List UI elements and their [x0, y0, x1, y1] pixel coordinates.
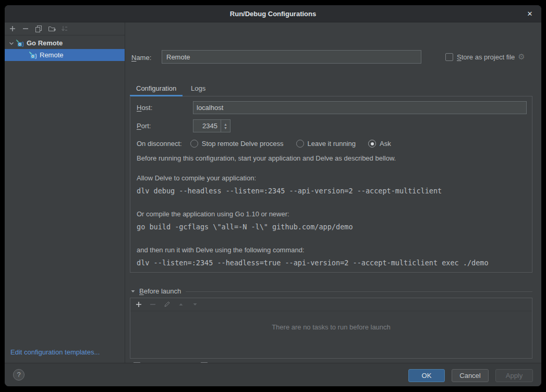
move-task-up-button[interactable] [177, 300, 185, 309]
radio-leave-it-running[interactable]: Leave it running [296, 140, 356, 148]
run-command-text: dlv --listen=:2345 --headless=true --api… [137, 259, 489, 267]
go-remote-icon [16, 39, 25, 47]
copy-icon [35, 25, 42, 32]
store-as-project-checkbox[interactable] [445, 53, 453, 61]
edit-task-button[interactable] [163, 300, 171, 309]
radio-stop-remote-delve[interactable]: Stop remote Delve process [190, 140, 284, 148]
chevron-down-icon [7, 39, 16, 47]
before-launch-tasks-panel: There are no tasks to run before launch [130, 298, 532, 359]
run-debug-configurations-dialog: Run/Debug Configurations ✕ [5, 5, 541, 386]
port-stepper: ▲ ▼ [193, 119, 230, 132]
tree-group-go-remote[interactable]: Go Remote [5, 37, 125, 49]
tree-item-label: Remote [40, 51, 64, 59]
empty-tasks-text: There are no tasks to run before launch [130, 323, 532, 331]
build-command-text: go build -gcflags \"all=-N -l\" github.c… [137, 223, 353, 231]
before-launch-title: Before launch [139, 287, 181, 295]
window-title: Run/Debug Configurations [230, 10, 316, 18]
sort-configs-button[interactable] [60, 24, 69, 33]
header-rule [186, 291, 532, 292]
triangle-down-icon [192, 301, 198, 308]
minus-icon [22, 25, 29, 32]
configurations-tree: Go Remote Remote [5, 35, 125, 348]
radio-icon [190, 140, 198, 148]
radio-icon [296, 140, 304, 148]
ok-button[interactable]: OK [408, 369, 445, 382]
add-task-button[interactable] [135, 300, 143, 309]
sidebar-toolbar [5, 22, 125, 35]
tab-configuration[interactable]: Configuration [130, 81, 183, 96]
tasks-toolbar [130, 298, 532, 311]
port-input[interactable] [193, 120, 221, 132]
minus-icon [149, 301, 156, 308]
plus-icon [135, 301, 142, 308]
compile-command-text: dlv debug --headless --listen=:2345 --ap… [137, 187, 442, 195]
sort-az-icon [61, 25, 68, 32]
remove-task-button[interactable] [149, 300, 157, 309]
tree-group-label: Go Remote [27, 39, 63, 47]
apply-button[interactable]: Apply [495, 369, 533, 382]
name-label: Name: [131, 54, 151, 62]
store-as-project-row: Store as project file ⚙ [445, 52, 525, 62]
gear-icon[interactable]: ⚙ [518, 52, 525, 62]
go-remote-icon [29, 51, 38, 59]
build-title-text: Or compile the application using Go 1.10… [137, 210, 289, 218]
cancel-button[interactable]: Cancel [452, 369, 489, 382]
help-button[interactable]: ? [13, 369, 25, 381]
edit-templates-link[interactable]: Edit configuration templates... [5, 348, 125, 363]
spinner-up-icon: ▲ [224, 123, 227, 126]
move-task-down-button[interactable] [191, 300, 199, 309]
collapse-arrow-icon [130, 288, 136, 295]
radio-ask[interactable]: Ask [368, 140, 391, 148]
dialog-footer: ? OK Cancel Apply [5, 363, 541, 386]
store-as-project-label: Store as project file [457, 53, 515, 61]
close-icon: ✕ [527, 10, 533, 18]
disconnect-label: On disconnect: [137, 140, 182, 148]
configuration-tab-panel: Host: Port: ▲ ▼ On disconnect: Stop remo… [130, 96, 532, 273]
add-config-button[interactable] [8, 24, 17, 33]
configuration-editor: Name: Store as project file ⚙ Configurat… [125, 22, 541, 363]
run-title-text: and then run it with Delve using the fol… [137, 246, 305, 254]
port-spinner[interactable]: ▲ ▼ [221, 120, 230, 132]
dialog-body: Go Remote Remote Edit conf [5, 22, 541, 363]
triangle-up-icon [178, 301, 184, 308]
host-label: Host: [137, 104, 152, 112]
port-label: Port: [137, 122, 151, 130]
close-button[interactable]: ✕ [525, 9, 535, 19]
title-bar: Run/Debug Configurations ✕ [5, 5, 541, 22]
configurations-sidebar: Go Remote Remote Edit conf [5, 22, 125, 363]
plus-icon [9, 25, 16, 32]
before-launch-header[interactable]: Before launch [130, 287, 532, 295]
new-folder-icon [48, 25, 56, 32]
host-input[interactable] [193, 101, 527, 114]
tab-logs[interactable]: Logs [185, 81, 212, 96]
name-input[interactable] [162, 50, 421, 64]
new-folder-button[interactable] [47, 24, 56, 33]
on-disconnect-row: On disconnect: Stop remote Delve process… [137, 140, 404, 148]
compile-title-text: Allow Delve to compile your application: [137, 174, 256, 182]
intro-text: Before running this configuration, start… [137, 154, 396, 162]
radio-selected-icon [368, 140, 376, 148]
remove-config-button[interactable] [21, 24, 30, 33]
copy-config-button[interactable] [34, 24, 43, 33]
spinner-down-icon: ▼ [224, 126, 227, 130]
tab-strip: Configuration Logs [130, 81, 532, 96]
tree-item-remote[interactable]: Remote [5, 49, 125, 61]
pencil-icon [163, 301, 171, 308]
